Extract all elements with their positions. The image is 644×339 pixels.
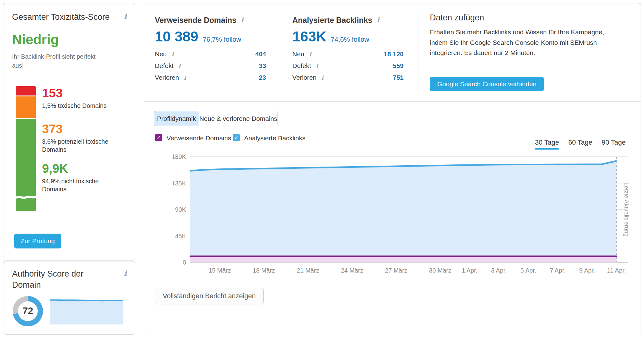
add-data-section: Daten zufügen Erhalten Sie mehr Backlink… (430, 12, 621, 95)
info-icon[interactable] (377, 15, 379, 24)
authority-card-title: Authority Score der Domain (12, 268, 105, 291)
backlinks-overview-card: Verweisende Domains 10 389 76,7% follow … (144, 3, 641, 334)
stat-label: Defekt (292, 62, 311, 69)
referring-domains-follow: 76,7% follow (203, 36, 241, 44)
stat-value: 559 (393, 62, 404, 70)
stat-label: Neu (155, 50, 167, 57)
stat-value: 18 120 (384, 50, 404, 58)
svg-text:9 Apr.: 9 Apr. (579, 267, 595, 274)
info-icon[interactable] (124, 13, 127, 20)
toxicity-stacked-bar (16, 86, 36, 211)
svg-text:0: 0 (183, 259, 186, 266)
analyzed-backlinks-total: 163K (292, 29, 326, 44)
toxicity-score-value: Niedrig (12, 32, 59, 47)
svg-text:21 März: 21 März (297, 267, 319, 274)
profile-dynamics-chart: 045K90K135K180KLetzte Aktualisierung15 M… (173, 154, 637, 277)
stat-row: Verloren 23 (155, 74, 266, 81)
segment-toxic: 153 1,5% toxische Domains (42, 87, 127, 110)
stat-value: 404 (255, 50, 266, 58)
referring-domains-title: Verweisende Domains (155, 16, 236, 24)
svg-text:90K: 90K (175, 206, 186, 213)
period-90-days[interactable]: 90 Tage (602, 138, 626, 150)
stat-value: 751 (393, 74, 404, 81)
toxicity-card-title: Gesamter Toxizitäts-Score (12, 11, 111, 23)
tab-profile-dynamics[interactable]: Profildynamik (154, 111, 199, 126)
svg-text:7 Apr.: 7 Apr. (550, 267, 566, 274)
stat-label: Verloren (155, 74, 179, 81)
svg-text:1 Apr.: 1 Apr. (462, 267, 477, 274)
referring-domains-legend-label: Verweisende Domains (167, 134, 231, 142)
toxic-label: 1,5% toxische Domains (42, 102, 127, 110)
info-icon[interactable] (179, 63, 181, 69)
svg-text:11 Apr.: 11 Apr. (607, 267, 626, 274)
svg-text:180K: 180K (173, 154, 186, 160)
svg-text:135K: 135K (173, 180, 186, 187)
info-icon[interactable] (172, 51, 174, 57)
stat-row: Defekt 33 (155, 62, 266, 70)
review-button[interactable]: Zur Prüfung (14, 234, 61, 248)
analyzed-backlinks-follow: 74,6% follow (331, 36, 369, 44)
svg-text:Letzte Aktualisierung: Letzte Aktualisierung (623, 182, 630, 236)
referring-domains-section: Verweisende Domains 10 389 76,7% follow … (155, 16, 277, 96)
bar-break-wave (16, 193, 36, 202)
svg-text:24 März: 24 März (341, 267, 363, 274)
toxic-count: 153 (42, 87, 127, 99)
full-report-button[interactable]: Vollständigen Bericht anzeigen (155, 288, 264, 304)
stat-row: Neu 404 (155, 50, 266, 58)
toxicity-score-card: Gesamter Toxizitäts-Score Niedrig Ihr Ba… (3, 3, 135, 261)
info-icon[interactable] (241, 15, 244, 24)
svg-text:45K: 45K (175, 233, 186, 239)
svg-text:18 März: 18 März (253, 267, 275, 274)
period-30-days[interactable]: 30 Tage (535, 138, 559, 150)
add-data-title: Daten zufügen (430, 12, 621, 23)
period-selector: 30 Tage 60 Tage 90 Tage (535, 138, 626, 150)
authority-score-donut: 72 (13, 296, 43, 326)
referring-domains-total: 10 389 (155, 29, 198, 44)
potentially-toxic-label: 3,6% potenziell toxische Domains (42, 138, 127, 154)
svg-text:27 März: 27 März (385, 267, 407, 274)
info-icon[interactable] (124, 269, 127, 277)
svg-text:30 März: 30 März (429, 267, 451, 274)
divider (280, 13, 280, 95)
info-icon[interactable] (316, 63, 318, 69)
info-icon[interactable] (184, 74, 186, 81)
authority-trend-chart (50, 297, 123, 324)
stat-row: Verloren 751 (292, 74, 404, 81)
period-60-days[interactable]: 60 Tage (568, 138, 592, 150)
analyzed-backlinks-legend-label: Analysierte Backlinks (244, 134, 305, 142)
divider (418, 13, 418, 95)
divider (144, 101, 641, 102)
non-toxic-label: 94,9% nicht toxische Domains (42, 177, 118, 193)
analyzed-backlinks-checkbox[interactable] (233, 134, 240, 141)
potentially-toxic-segment (16, 96, 36, 118)
stat-label: Verloren (292, 74, 316, 81)
svg-text:3 Apr.: 3 Apr. (491, 267, 507, 274)
toxic-segment (16, 86, 36, 95)
toxicity-description: Ihr Backlink-Profil sieht perfekt aus! (12, 52, 108, 70)
stat-label: Defekt (155, 62, 174, 69)
referring-domains-checkbox[interactable] (155, 134, 162, 141)
stat-row: Neu 18 120 (292, 50, 404, 58)
svg-text:15 März: 15 März (209, 267, 231, 274)
potentially-toxic-count: 373 (42, 123, 127, 135)
non-toxic-count: 9,9K (42, 162, 118, 175)
analyzed-backlinks-title: Analysierte Backlinks (292, 16, 372, 24)
non-toxic-segment (16, 119, 36, 211)
info-icon[interactable] (309, 51, 311, 57)
info-icon[interactable] (321, 74, 324, 81)
segment-non-toxic: 9,9K 94,9% nicht toxische Domains (42, 162, 118, 193)
svg-text:5 Apr.: 5 Apr. (520, 267, 536, 274)
add-data-body: Erhalten Sie mehr Backlinks und Wissen f… (430, 27, 608, 58)
stat-value: 23 (259, 74, 266, 81)
stat-label: Neu (292, 50, 304, 57)
segment-potentially-toxic: 373 3,6% potenziell toxische Domains (42, 123, 127, 154)
stat-row: Defekt 559 (292, 62, 404, 70)
connect-gsc-button[interactable]: Google Search Console verbinden (430, 77, 544, 91)
authority-score-card: Authority Score der Domain 72 (3, 261, 135, 335)
tab-new-lost-domains[interactable]: Neue & verlorene Domains (199, 111, 278, 126)
authority-score-value: 72 (18, 301, 38, 321)
analyzed-backlinks-section: Analysierte Backlinks 163K 74,6% follow … (292, 16, 410, 96)
backlink-audit-dashboard: Gesamter Toxizitäts-Score Niedrig Ihr Ba… (0, 0, 644, 339)
stat-value: 33 (259, 62, 266, 70)
